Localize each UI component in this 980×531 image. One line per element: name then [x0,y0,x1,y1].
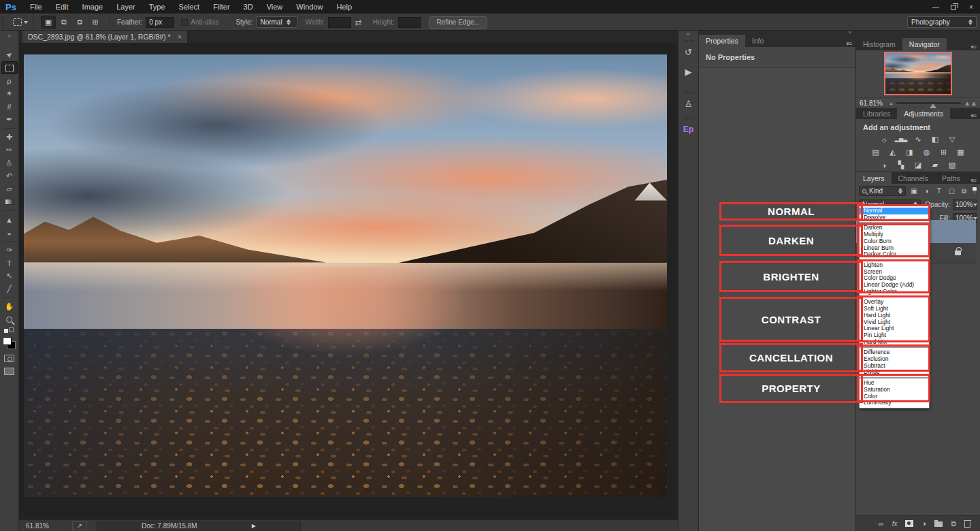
exposure-icon[interactable]: ◧ [930,135,941,144]
blend-mode-option[interactable]: Darker Color [860,251,929,258]
tab-channels[interactable]: Channels [892,172,935,184]
history-panel-button[interactable]: ↺ [679,38,698,64]
anti-alias-checkbox[interactable] [181,19,188,26]
navigator-zoom-slider[interactable] [896,102,961,104]
threshold-icon[interactable]: ◪ [913,161,924,170]
add-layer-mask-icon[interactable] [905,520,913,527]
slider-thumb[interactable] [930,100,936,108]
eyedropper-tool[interactable]: ✒ [1,113,18,126]
new-adjustment-layer-icon[interactable]: ◑ [921,519,926,528]
tab-properties[interactable]: Properties [699,35,745,47]
menu-item[interactable]: Filter [206,3,236,11]
tab-navigator[interactable]: Navigator [902,38,947,50]
panel-menu-icon[interactable]: ▾≡ [970,177,980,184]
menu-item[interactable]: Edit [49,3,76,11]
menu-item[interactable]: Image [76,3,110,11]
zoom-in-icon[interactable]: ▲▲ [961,99,980,107]
minimize-button[interactable]: — [927,0,945,14]
crop-tool[interactable]: # [1,100,18,113]
style-select[interactable]: Normal [256,16,298,28]
document-image[interactable] [24,54,667,497]
blend-mode-option[interactable]: Luminosity [860,400,929,406]
tab-close-icon[interactable]: × [178,33,182,41]
hand-tool[interactable]: ✋ [1,300,18,313]
menu-item[interactable]: File [23,3,49,11]
clone-source-panel-button[interactable]: ♙ [679,90,698,116]
menu-item[interactable]: View [260,3,290,11]
document-size-indicator[interactable]: Doc: 7.89M/15.8M ▶ [97,521,301,531]
brightness-contrast-icon[interactable]: ☼ [879,135,889,144]
tab-histogram[interactable]: Histogram [856,38,902,50]
link-layers-icon[interactable]: ∞ [879,519,884,528]
pen-tool[interactable]: ✑ [1,244,18,257]
share-icon[interactable]: ↗ [72,521,87,530]
blend-mode-option[interactable]: Hard Mix [860,339,929,346]
layer-style-fx-icon[interactable]: fx [892,520,898,528]
refine-edge-button[interactable]: Refine Edge... [429,16,487,29]
workspace-select[interactable]: Photography [907,16,977,28]
navigator-zoom-field[interactable]: 61.81% [856,99,886,107]
tab-layers[interactable]: Layers [856,172,892,184]
foreground-color-swatch[interactable] [3,337,12,345]
filter-shape-layers-icon[interactable]: ▢ [947,187,956,195]
filter-type-layers-icon[interactable]: T [934,187,943,195]
path-selection-tool[interactable]: ↖ [1,270,18,283]
menu-item[interactable]: Help [329,3,359,11]
panel-menu-icon[interactable]: ▾≡ [970,112,980,119]
opacity-field[interactable]: 100% [953,199,977,210]
move-tool[interactable]: ➤ [1,48,18,61]
new-selection-button[interactable]: ▣ [41,16,56,29]
zoom-level-field[interactable]: 61.81% [19,522,56,530]
feather-input[interactable] [146,17,174,28]
posterize-icon[interactable]: ▚ [896,161,906,170]
tool-preset-picker[interactable] [10,18,33,26]
magic-wand-tool[interactable]: ✶ [1,87,18,100]
screen-mode-button[interactable] [1,365,18,378]
canvas-area[interactable] [19,43,678,519]
blur-tool[interactable]: ▲ [1,213,18,226]
blend-mode-option[interactable]: Divide [860,369,929,376]
intersect-selection-button[interactable]: ⊞ [88,16,103,29]
toolbar-collapse-chevrons[interactable]: » [0,31,19,43]
width-input[interactable] [328,17,351,28]
type-tool[interactable]: T [1,257,18,270]
panel-menu-icon[interactable]: ▾≡ [846,40,855,47]
color-balance-icon[interactable]: ◭ [887,148,898,157]
menu-item[interactable]: Window [289,3,329,11]
filter-kind-select[interactable]: Kind [859,186,906,196]
delete-layer-icon[interactable] [964,520,970,528]
filter-toggle[interactable] [972,187,977,195]
filter-adjustment-layers-icon[interactable]: ◑ [922,187,931,195]
new-group-icon[interactable] [934,520,943,527]
blend-mode-option[interactable]: Lighter Color [860,289,929,295]
subtract-from-selection-button[interactable]: ⧉ [72,16,87,29]
dock-collapse-chevrons[interactable]: « [679,31,698,38]
quick-mask-button[interactable] [1,352,18,365]
status-options-arrow-icon[interactable]: ▶ [252,523,256,529]
height-input[interactable] [398,17,421,28]
history-brush-tool[interactable]: ↶ [1,170,18,182]
menu-item[interactable]: Layer [110,3,142,11]
swap-colors-icon[interactable] [4,327,15,334]
black-white-icon[interactable]: ◨ [904,148,915,157]
filter-smart-objects-icon[interactable]: ⧉ [960,187,968,195]
curves-icon[interactable]: ∿ [913,135,924,144]
eraser-tool[interactable]: ▱ [1,182,18,195]
invert-icon[interactable]: ◑ [879,161,889,170]
menu-item[interactable]: 3D [237,3,260,11]
lasso-tool[interactable]: ρ [1,74,18,87]
zoom-tool[interactable] [1,313,18,326]
zoom-out-icon[interactable]: ▲ [886,101,896,106]
tab-info[interactable]: Info [745,35,771,47]
vibrance-icon[interactable]: ▽ [947,135,958,144]
swap-dimensions-icon[interactable]: ⇄ [351,18,366,27]
navigator-thumbnail[interactable] [885,52,951,95]
clone-stamp-tool[interactable]: ♙ [1,157,18,170]
add-to-selection-button[interactable]: ⧉ [56,16,71,29]
new-layer-icon[interactable]: ⧉ [951,519,956,528]
line-tool[interactable]: ╱ [1,283,18,295]
tab-paths[interactable]: Paths [935,172,967,184]
brush-tool[interactable]: ✏ [1,144,18,157]
color-lookup-icon[interactable]: ▦ [956,148,966,157]
levels-icon[interactable]: ▂▅▃ [896,135,906,144]
